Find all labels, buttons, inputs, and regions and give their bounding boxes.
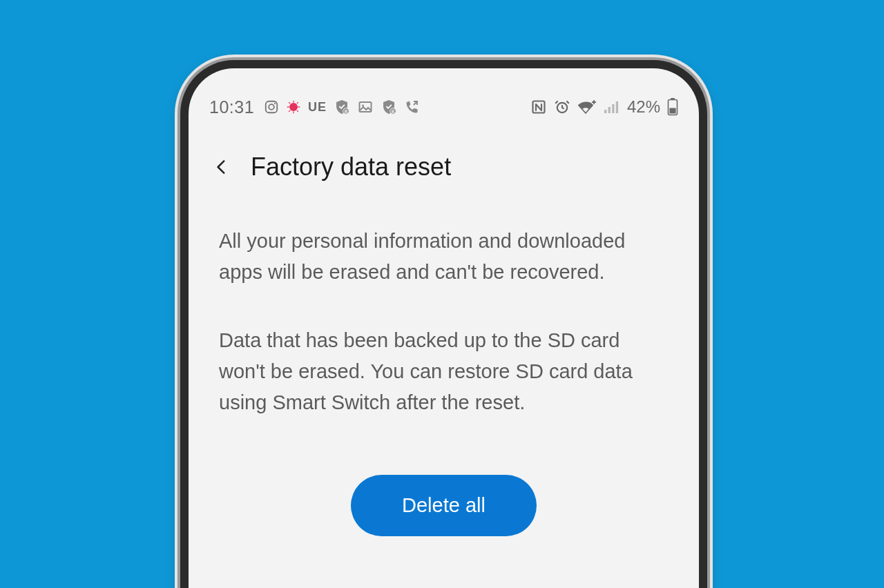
content: All your personal information and downlo… [189,182,699,536]
svg-point-3 [289,103,298,111]
svg-line-9 [297,110,298,112]
alarm-icon [554,99,570,115]
ue-icon: UE [308,100,327,115]
signal-icon [604,99,620,115]
cta-row: Delete all [219,455,669,536]
instagram-icon [264,99,279,115]
status-bar: 10:31 [189,68,699,118]
phone-screen: 10:31 [189,68,699,588]
svg-line-8 [289,102,290,104]
delete-all-button[interactable]: Delete all [351,475,537,536]
phone-frame: 10:31 [180,60,707,588]
wifi-plus-icon [577,99,597,115]
shield-check-2-icon: B [381,99,397,115]
warning-paragraph-1: All your personal information and downlo… [219,226,669,288]
chevron-left-icon [213,158,231,176]
incoming-call-icon [404,99,421,115]
svg-rect-28 [669,108,675,114]
svg-point-1 [269,104,274,110]
svg-line-10 [297,102,298,104]
svg-rect-25 [616,101,618,113]
status-time: 10:31 [209,97,254,117]
shield-check-icon: B [334,99,350,115]
svg-point-2 [274,103,276,104]
svg-rect-22 [604,110,606,113]
back-button[interactable] [209,155,234,179]
status-right: 42% [530,97,678,117]
warning-paragraph-2: Data that has been backed up to the SD c… [219,325,669,418]
svg-point-15 [362,105,364,107]
svg-line-11 [289,110,290,112]
battery-icon [667,98,678,116]
status-left: 10:31 [209,97,421,117]
page-title: Factory data reset [251,153,451,182]
nfc-icon [530,99,547,115]
gallery-icon [357,99,374,115]
app-bar: Factory data reset [189,118,699,182]
battery-percent: 42% [627,97,660,117]
svg-text:B: B [345,109,348,114]
svg-rect-24 [612,104,614,113]
svg-text:B: B [392,109,395,114]
red-dot-icon [286,99,301,115]
svg-rect-14 [360,102,372,112]
svg-rect-23 [608,107,611,113]
